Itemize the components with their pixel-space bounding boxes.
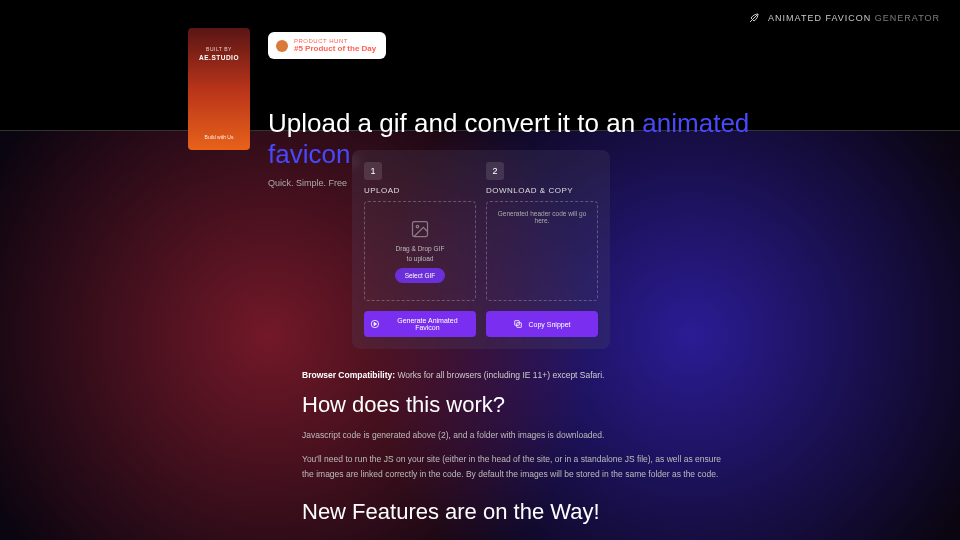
drop-text: Drag & Drop GIFto upload (396, 244, 445, 262)
step-2-label: DOWNLOAD & COPY (486, 186, 598, 195)
step-2-column: 2 DOWNLOAD & COPY Generated header code … (486, 162, 598, 301)
compat-label: Browser Compatibility: (302, 370, 395, 380)
code-output-area: Generated header code will go here. (486, 201, 598, 301)
build-with-us-link[interactable]: Build with Us (205, 134, 234, 140)
product-hunt-badge[interactable]: PRODUCT HUNT #5 Product of the Day (268, 32, 386, 59)
step-1-number: 1 (364, 162, 382, 180)
built-by-card[interactable]: BUILT BY AE.STUDIO Build with Us (188, 28, 250, 150)
built-by-label: BUILT BY (199, 46, 239, 52)
image-icon (410, 219, 430, 239)
copy-snippet-button[interactable]: Copy Snippet (486, 311, 598, 337)
feather-icon (748, 12, 760, 24)
medal-icon (276, 40, 288, 52)
svg-point-1 (416, 226, 419, 229)
header-brand: ANIMATED FAVICON GENERATOR (748, 12, 940, 24)
how-heading: How does this work? (302, 392, 722, 418)
how-paragraph-1: Javascript code is generated above (2), … (302, 428, 722, 442)
step-1-label: UPLOAD (364, 186, 476, 195)
product-hunt-rank: #5 Product of the Day (294, 44, 376, 53)
copy-button-label: Copy Snippet (528, 321, 570, 328)
drop-area[interactable]: Drag & Drop GIFto upload Select GIF (364, 201, 476, 301)
copy-icon (513, 319, 523, 329)
compat-text: Works for all browsers (including IE 11+… (395, 370, 604, 380)
how-paragraph-2: You'll need to run the JS on your site (… (302, 452, 722, 481)
hero-title-before: Upload a gif and convert it to an (268, 108, 642, 138)
play-circle-icon (370, 319, 380, 329)
select-gif-button[interactable]: Select GIF (395, 268, 446, 283)
generate-button[interactable]: Generate Animated Favicon (364, 311, 476, 337)
browser-compatibility: Browser Compatibility: Works for all bro… (302, 370, 722, 380)
step-2-number: 2 (486, 162, 504, 180)
uploader-panel: 1 UPLOAD Drag & Drop GIFto upload Select… (352, 150, 610, 349)
step-1-column: 1 UPLOAD Drag & Drop GIFto upload Select… (364, 162, 476, 301)
generate-button-label: Generate Animated Favicon (385, 317, 470, 331)
built-by-brand: AE.STUDIO (199, 54, 239, 61)
brand-text-right: GENERATOR (875, 13, 940, 23)
new-features-heading: New Features are on the Way! (302, 499, 722, 525)
brand-text-left: ANIMATED FAVICON (768, 13, 871, 23)
